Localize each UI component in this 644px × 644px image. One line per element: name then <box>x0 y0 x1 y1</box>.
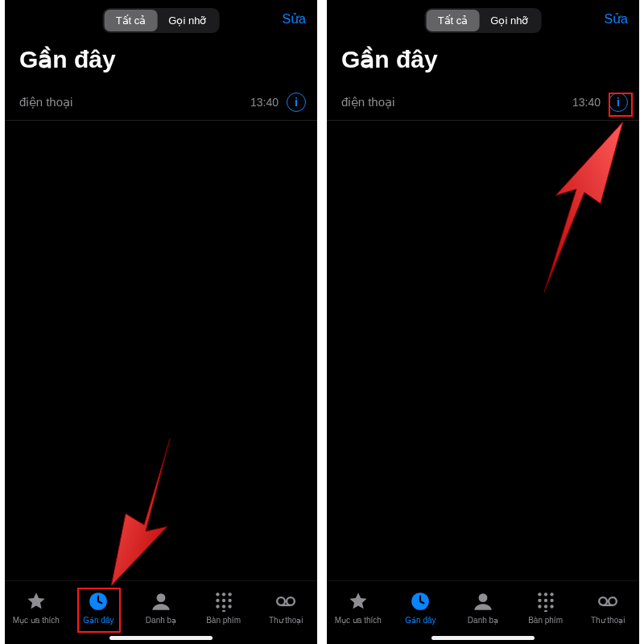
svg-point-2 <box>216 592 219 596</box>
clock-icon <box>88 591 109 613</box>
annotation-arrow <box>520 117 633 294</box>
keypad-icon <box>535 591 556 613</box>
tab-contacts[interactable]: Danh bạ <box>130 581 192 644</box>
call-time: 13:40 <box>572 96 601 109</box>
tab-label: Thư thoại <box>269 616 303 625</box>
svg-point-19 <box>550 592 553 596</box>
svg-point-4 <box>228 592 231 596</box>
svg-point-3 <box>221 592 225 596</box>
svg-point-28 <box>609 597 617 605</box>
tab-label: Danh bạ <box>146 616 176 625</box>
svg-point-20 <box>538 599 541 602</box>
svg-point-22 <box>550 599 553 602</box>
segment-missed[interactable]: Gọi nhỡ <box>479 10 539 31</box>
tab-label: Gần đây <box>405 616 436 625</box>
tab-recents[interactable]: Gần đây <box>68 581 130 644</box>
page-title: Gần đây <box>5 37 317 85</box>
svg-point-5 <box>216 599 219 602</box>
svg-point-6 <box>221 599 225 602</box>
tab-label: Mục ưa thích <box>335 616 382 625</box>
screenshot-right: Tất cả Gọi nhỡ Sửa Gần đây điện thoại 13… <box>327 0 639 644</box>
svg-point-27 <box>599 597 607 605</box>
recent-call-row[interactable]: điện thoại 13:40 i <box>327 85 639 121</box>
svg-point-26 <box>543 610 547 612</box>
call-time: 13:40 <box>250 96 279 109</box>
segmented-control[interactable]: Tất cả Gọi nhỡ <box>103 8 220 33</box>
tab-favorites[interactable]: Mục ưa thích <box>327 581 390 644</box>
info-icon[interactable]: i <box>609 93 628 112</box>
home-indicator[interactable] <box>431 636 535 640</box>
call-name: điện thoại <box>341 95 572 109</box>
segmented-control[interactable]: Tất cả Gọi nhỡ <box>425 8 542 33</box>
tab-bar: Mục ưa thích Gần đây Danh bạ <box>5 580 317 644</box>
segment-missed[interactable]: Gọi nhỡ <box>157 10 217 31</box>
svg-point-12 <box>277 597 285 605</box>
tab-contacts[interactable]: Danh bạ <box>452 581 514 644</box>
tab-label: Thư thoại <box>591 616 625 625</box>
svg-point-1 <box>157 593 166 602</box>
segment-all[interactable]: Tất cả <box>427 10 480 31</box>
tab-voicemail[interactable]: Thư thoại <box>254 581 317 644</box>
recent-call-row[interactable]: điện thoại 13:40 i <box>5 85 317 121</box>
svg-point-11 <box>221 610 225 612</box>
svg-point-13 <box>287 597 295 605</box>
tab-bar: Mục ưa thích Gần đây Danh bạ <box>327 580 639 644</box>
screenshot-left: Tất cả Gọi nhỡ Sửa Gần đây điện thoại 13… <box>5 0 317 644</box>
tab-label: Danh bạ <box>468 616 498 625</box>
star-icon <box>348 591 369 613</box>
tab-label: Mục ưa thích <box>13 616 60 625</box>
svg-point-25 <box>550 605 553 608</box>
tab-recents[interactable]: Gần đây <box>390 581 452 644</box>
tab-voicemail[interactable]: Thư thoại <box>576 581 639 644</box>
svg-point-10 <box>228 605 231 608</box>
person-icon <box>473 591 493 613</box>
tab-keypad[interactable]: Bàn phím <box>514 581 577 644</box>
svg-point-18 <box>543 592 547 596</box>
clock-icon <box>410 591 431 613</box>
svg-point-17 <box>538 592 541 596</box>
nav-bar: Tất cả Gọi nhỡ Sửa <box>327 0 639 37</box>
segment-all[interactable]: Tất cả <box>105 10 158 31</box>
tab-label: Gần đây <box>83 616 114 625</box>
star-icon <box>26 591 47 613</box>
edit-button[interactable]: Sửa <box>282 11 306 27</box>
voicemail-icon <box>275 591 296 613</box>
svg-point-8 <box>216 605 219 608</box>
edit-button[interactable]: Sửa <box>604 11 628 27</box>
svg-point-21 <box>543 599 547 602</box>
tab-favorites[interactable]: Mục ưa thích <box>5 581 68 644</box>
tab-label: Bàn phím <box>528 616 563 625</box>
info-icon[interactable]: i <box>287 93 306 112</box>
page-title: Gần đây <box>327 37 639 85</box>
voicemail-icon <box>597 591 618 613</box>
tab-label: Bàn phím <box>206 616 241 625</box>
home-indicator[interactable] <box>109 636 213 640</box>
keypad-icon <box>213 591 234 613</box>
svg-point-23 <box>538 605 541 608</box>
svg-point-7 <box>228 599 231 602</box>
svg-point-16 <box>479 593 488 602</box>
annotation-arrow <box>93 435 190 588</box>
nav-bar: Tất cả Gọi nhỡ Sửa <box>5 0 317 37</box>
svg-point-24 <box>543 605 547 608</box>
svg-point-9 <box>221 605 225 608</box>
person-icon <box>151 591 171 613</box>
call-name: điện thoại <box>19 95 250 109</box>
tab-keypad[interactable]: Bàn phím <box>192 581 255 644</box>
